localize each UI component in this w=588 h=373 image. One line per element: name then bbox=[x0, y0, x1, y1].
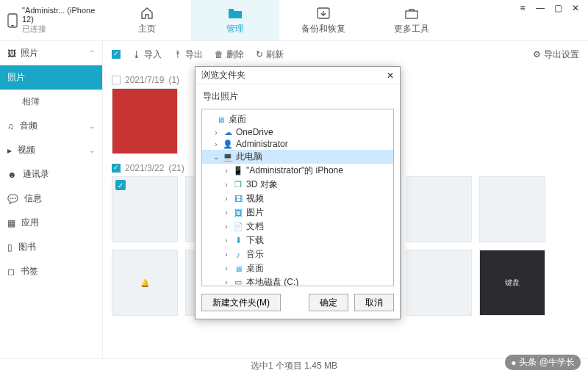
export-button[interactable]: ⭱导出 bbox=[173, 48, 203, 61]
toolbox-icon bbox=[404, 5, 420, 21]
tree-node-label: 音乐 bbox=[246, 248, 264, 261]
expand-icon[interactable]: › bbox=[223, 264, 230, 272]
tree-node-label: 3D 对象 bbox=[246, 178, 278, 191]
photo-thumbnail[interactable] bbox=[406, 250, 472, 316]
expand-icon[interactable]: › bbox=[212, 128, 220, 137]
select-all-checkbox[interactable] bbox=[112, 50, 121, 59]
maximize-icon[interactable]: ▢ bbox=[553, 3, 563, 13]
sidebar-item-bookmarks[interactable]: ◻书签 bbox=[0, 259, 102, 283]
chevron-up-icon: ⌃ bbox=[89, 49, 95, 57]
tree-node-label: 桌面 bbox=[246, 262, 264, 275]
ok-button[interactable]: 确定 bbox=[309, 294, 348, 311]
sidebar-item-label: 通讯录 bbox=[23, 168, 49, 181]
tree-node[interactable]: 🖥桌面 bbox=[202, 112, 393, 126]
bookmark-icon: ◻ bbox=[7, 267, 15, 277]
tree-node[interactable]: ›▭本地磁盘 (C:) bbox=[202, 275, 393, 286]
apps-icon: ▦ bbox=[7, 218, 15, 228]
sidebar: 🖼照片 ⌃ 照片 相簿 ♫音频⌄ ▸视频⌄ ☻通讯录 💬信息 ▦应用 ▯图书 ◻… bbox=[0, 41, 103, 358]
down-icon: ⬇ bbox=[233, 236, 243, 246]
cube-icon: ❒ bbox=[233, 180, 243, 190]
photo-thumbnail[interactable] bbox=[406, 176, 472, 242]
photo-thumbnail[interactable]: 🔔 bbox=[112, 250, 178, 316]
chat-icon: 💬 bbox=[7, 194, 18, 204]
tree-node[interactable]: ›👤Administrator bbox=[202, 138, 393, 150]
delete-button[interactable]: 🗑删除 bbox=[215, 48, 244, 61]
tree-node[interactable]: ›♪音乐 bbox=[202, 247, 393, 261]
window-controls: ≡ — ▢ ✕ bbox=[510, 0, 588, 16]
tab-label: 备份和恢复 bbox=[301, 23, 345, 35]
tree-node[interactable]: ›📱"Administrator"的 iPhone bbox=[202, 164, 393, 178]
photo-thumbnail[interactable] bbox=[112, 176, 178, 242]
tree-node-label: OneDrive bbox=[236, 127, 273, 137]
cancel-button[interactable]: 取消 bbox=[354, 294, 394, 311]
doc-icon: 📄 bbox=[233, 222, 243, 232]
trash-icon: 🗑 bbox=[215, 49, 223, 59]
tree-node[interactable]: ›⬇下载 bbox=[202, 233, 393, 247]
expand-icon[interactable]: › bbox=[223, 278, 230, 286]
tab-backup[interactable]: 备份和恢复 bbox=[279, 0, 368, 40]
tab-tools[interactable]: 更多工具 bbox=[368, 0, 456, 40]
expand-icon[interactable]: › bbox=[223, 222, 230, 231]
group-checkbox[interactable] bbox=[112, 76, 121, 84]
menu-icon[interactable]: ≡ bbox=[517, 3, 528, 13]
expand-icon[interactable]: › bbox=[212, 140, 220, 148]
sidebar-item-audio[interactable]: ♫音频⌄ bbox=[0, 114, 102, 138]
expand-icon[interactable]: › bbox=[223, 209, 230, 217]
tab-home[interactable]: 主页 bbox=[103, 0, 191, 40]
tree-node-label: 此电脑 bbox=[236, 151, 262, 163]
new-folder-button[interactable]: 新建文件夹(M) bbox=[201, 294, 281, 311]
export-settings-button[interactable]: ⚙导出设置 bbox=[533, 48, 579, 61]
phone-icon bbox=[7, 13, 18, 28]
sidebar-header[interactable]: 🖼照片 ⌃ bbox=[0, 41, 102, 65]
refresh-button[interactable]: ↻刷新 bbox=[256, 48, 284, 61]
photo-thumbnail[interactable] bbox=[479, 176, 545, 242]
expand-icon[interactable]: › bbox=[223, 167, 230, 175]
play-icon: ▸ bbox=[7, 145, 12, 156]
folder-tree[interactable]: 🖥桌面›☁OneDrive›👤Administrator⌄💻此电脑›📱"Admi… bbox=[201, 109, 394, 286]
import-button[interactable]: ⭳导入 bbox=[132, 48, 162, 61]
group-checkbox[interactable] bbox=[112, 164, 121, 173]
tree-node[interactable]: ›🖼图片 bbox=[202, 206, 393, 220]
expand-icon[interactable]: › bbox=[223, 195, 230, 203]
tree-node-label: "Administrator"的 iPhone bbox=[246, 164, 343, 177]
photo-thumbnail[interactable]: 键盘 bbox=[479, 250, 545, 316]
group-date: 2021/3/22 bbox=[125, 163, 164, 173]
close-icon[interactable]: ✕ bbox=[570, 3, 581, 13]
gear-icon: ⚙ bbox=[533, 49, 541, 59]
sidebar-item-label: 视频 bbox=[18, 144, 35, 156]
pic-icon: 🖼 bbox=[233, 208, 243, 218]
minimize-icon[interactable]: — bbox=[535, 3, 545, 13]
expand-icon[interactable]: › bbox=[223, 236, 230, 245]
sidebar-item-photos[interactable]: 照片 bbox=[0, 65, 102, 90]
sidebar-item-label: 相簿 bbox=[22, 96, 40, 106]
tree-node[interactable]: ›📄文档 bbox=[202, 220, 393, 233]
tree-node[interactable]: ›🖥桌面 bbox=[202, 261, 393, 275]
pc-icon: 💻 bbox=[223, 152, 233, 162]
sidebar-item-contacts[interactable]: ☻通讯录 bbox=[0, 162, 102, 186]
sidebar-item-apps[interactable]: ▦应用 bbox=[0, 211, 102, 235]
backup-icon bbox=[315, 5, 331, 21]
tree-node[interactable]: ›🎞视频 bbox=[202, 192, 393, 206]
button-label: 导出设置 bbox=[544, 48, 579, 61]
tab-manage[interactable]: 管理 bbox=[191, 0, 279, 40]
sidebar-item-albums[interactable]: 相簿 bbox=[0, 90, 102, 114]
sidebar-item-messages[interactable]: 💬信息 bbox=[0, 186, 102, 211]
sidebar-item-label: 音频 bbox=[20, 120, 37, 132]
sidebar-item-video[interactable]: ▸视频⌄ bbox=[0, 138, 102, 162]
photo-thumbnail[interactable] bbox=[112, 88, 178, 154]
device-info: "Administr... (iPhone 12) 已连接 bbox=[0, 0, 103, 40]
sidebar-item-books[interactable]: ▯图书 bbox=[0, 235, 102, 259]
desktop-icon: 🖥 bbox=[215, 115, 226, 125]
tree-node[interactable]: ›☁OneDrive bbox=[202, 126, 393, 138]
dialog-subtitle: 导出照片 bbox=[196, 84, 400, 109]
chevron-down-icon: ⌄ bbox=[89, 122, 95, 130]
status-text: 选中1 个项目 1.45 MB bbox=[251, 360, 337, 372]
expand-icon[interactable]: › bbox=[223, 181, 230, 189]
group-date: 2021/7/19 bbox=[125, 75, 164, 85]
tree-node[interactable]: ›❒3D 对象 bbox=[202, 178, 393, 192]
tree-node[interactable]: ⌄💻此电脑 bbox=[202, 150, 393, 164]
dialog-close-icon[interactable]: ✕ bbox=[387, 70, 394, 81]
sidebar-item-label: 图书 bbox=[18, 241, 36, 253]
expand-icon[interactable]: › bbox=[223, 250, 230, 258]
expand-icon[interactable]: ⌄ bbox=[212, 153, 220, 161]
